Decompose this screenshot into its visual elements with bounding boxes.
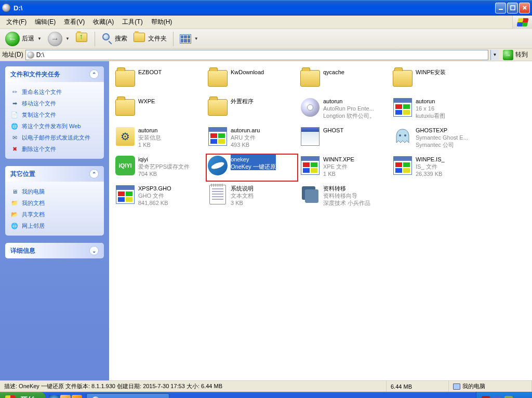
file-label: EZBOOT: [138, 67, 162, 76]
file-item[interactable]: WINNT.XPEXPE 文件1 KB: [298, 154, 391, 182]
copy-icon: 📄: [10, 111, 19, 119]
file-item[interactable]: XPSP3.GHOGHO 文件841,862 KB: [113, 183, 206, 211]
sidebar-item-rename[interactable]: ✏重命名这个文件: [10, 86, 99, 98]
file-item[interactable]: 外置程序: [206, 95, 298, 123]
file-label: iqiyi爱奇艺PPS缓存文件704 KB: [138, 155, 190, 177]
file-label: autorunAutoRun Pro Ente...Longtion 软件公司。: [323, 97, 375, 119]
menu-view[interactable]: 查看(V): [60, 16, 89, 28]
status-size: 6.44 MB: [387, 381, 449, 392]
file-label: WINPE.IS_IS_ 文件26,339 KB: [416, 155, 445, 177]
sidebar-item-shared[interactable]: 📂共享文档: [10, 209, 99, 220]
file-item[interactable]: qycache: [298, 66, 391, 94]
search-button[interactable]: 搜索: [99, 32, 129, 46]
expand-icon[interactable]: ⌄: [89, 246, 99, 255]
computer-icon: [453, 383, 460, 390]
file-item[interactable]: 资料转移资料转移向导深度技术 小兵作品: [298, 183, 391, 211]
file-label: 资料转移资料转移向导深度技术 小兵作品: [323, 184, 370, 207]
close-button[interactable]: [519, 3, 530, 13]
address-dropdown[interactable]: ▼: [490, 50, 499, 60]
status-location: 我的电脑: [449, 381, 532, 392]
file-item[interactable]: WINPE安装: [391, 66, 483, 94]
sidebar-item-label: 我的文档: [22, 199, 45, 207]
collapse-icon[interactable]: ⌃: [89, 169, 99, 179]
views-button[interactable]: ▼: [178, 33, 201, 45]
other-header[interactable]: 其它位置 ⌃: [5, 166, 104, 182]
file-item[interactable]: autorunAutoRun Pro Ente...Longtion 软件公司。: [298, 95, 391, 123]
address-path: D:\: [36, 51, 44, 59]
file-item[interactable]: onekeyOneKey 一键还原: [206, 154, 298, 182]
up-button[interactable]: ↑: [74, 32, 90, 46]
sidebar-item-copy[interactable]: 📄复制这个文件: [10, 109, 99, 120]
collapse-icon[interactable]: ⌃: [89, 70, 99, 79]
start-button[interactable]: 开始: [0, 392, 46, 398]
file-item[interactable]: iQIYIiqiyi爱奇艺PPS缓存文件704 KB: [113, 154, 206, 182]
tray-icon[interactable]: [482, 396, 490, 398]
apphdr-icon: [114, 184, 136, 205]
rename-icon: ✏: [10, 88, 19, 96]
file-label: autorun16 x 16kutuxiu看图: [416, 97, 445, 119]
address-field[interactable]: D:\: [25, 50, 488, 60]
file-item[interactable]: EZBOOT: [113, 66, 206, 94]
svg-point-2: [399, 134, 401, 136]
sidebar-item-network[interactable]: 🌐网上邻居: [10, 220, 99, 231]
sidebar-item-delete[interactable]: ✖删除这个文件: [10, 143, 99, 155]
file-item[interactable]: KwDownload: [206, 66, 298, 94]
file-label: KwDownload: [231, 67, 264, 76]
file-item[interactable]: WINPE.IS_IS_ 文件26,339 KB: [391, 154, 483, 182]
sidebar-item-web[interactable]: 🌐将这个文件发布到 Web: [10, 120, 99, 132]
back-button[interactable]: ← 后退 ▼: [3, 31, 44, 47]
file-item[interactable]: 系统说明文本文档3 KB: [206, 183, 298, 211]
status-main: 描述: OneKey 一键还原 文件版本: 8.1.1.930 创建日期: 20…: [0, 381, 387, 392]
sidebar-item-move[interactable]: ➡移动这个文件: [10, 98, 99, 109]
forward-button[interactable]: → ▼: [46, 31, 72, 47]
file-item[interactable]: autorun安装信息1 KB: [113, 125, 206, 153]
file-item[interactable]: GHOST: [298, 125, 391, 153]
tasks-header[interactable]: 文件和文件夹任务 ⌃: [5, 66, 104, 82]
dropdown-icon[interactable]: ▼: [194, 36, 198, 41]
details-header[interactable]: 详细信息 ⌄: [5, 243, 104, 258]
tray-icon[interactable]: [504, 396, 513, 398]
other-places-panel: 其它位置 ⌃ 🖥我的电脑📁我的文档📂共享文档🌐网上邻居: [5, 166, 104, 236]
file-item[interactable]: autorun16 x 16kutuxiu看图: [391, 95, 483, 123]
apphdr-icon: [392, 155, 414, 176]
drive-icon: [27, 51, 34, 59]
dropdown-icon[interactable]: ▼: [65, 36, 70, 41]
menu-file[interactable]: 文件(F): [2, 16, 31, 28]
file-pane[interactable]: EZBOOTKwDownloadqycacheWINPE安装WXPE外置程序au…: [109, 61, 532, 380]
menu-edit[interactable]: 编辑(E): [31, 16, 60, 28]
statusbar: 描述: OneKey 一键还原 文件版本: 8.1.1.930 创建日期: 20…: [0, 380, 532, 392]
sidebar-item-label: 重命名这个文件: [22, 88, 62, 96]
file-label: qycache: [323, 67, 344, 76]
menu-tools[interactable]: 工具(T): [118, 16, 147, 28]
win-icon: [299, 126, 321, 147]
details-panel: 详细信息 ⌄: [5, 243, 104, 258]
go-button[interactable]: → 转到: [501, 50, 530, 60]
tray-icon[interactable]: [493, 396, 501, 398]
file-item[interactable]: WXPE: [113, 95, 206, 123]
ie-icon[interactable]: [49, 395, 59, 398]
dropdown-icon[interactable]: ▼: [37, 36, 42, 41]
shared-icon: 📂: [10, 210, 19, 218]
sidebar-item-label: 我的电脑: [22, 188, 45, 196]
sidebar-item-label: 复制这个文件: [22, 111, 56, 119]
taskbar-item[interactable]: D:\: [86, 393, 169, 398]
sidebar-item-mail[interactable]: ✉以电子邮件形式发送此文件: [10, 132, 99, 143]
sidebar-item-computer[interactable]: 🖥我的电脑: [10, 186, 99, 197]
ql-icon[interactable]: [72, 395, 82, 398]
menu-help[interactable]: 帮助(H): [147, 16, 177, 28]
folder-icon: [114, 97, 136, 118]
sidebar-item-docs[interactable]: 📁我的文档: [10, 197, 99, 209]
file-item[interactable]: autorun.aruARU 文件493 KB: [206, 125, 298, 153]
maximize-button[interactable]: [507, 3, 518, 13]
ql-icon[interactable]: [60, 395, 71, 398]
minimize-button[interactable]: [495, 3, 506, 13]
move-icon: ➡: [10, 99, 19, 107]
file-item[interactable]: GHOSTEXPSymantec Ghost E...Symantec 公司: [391, 125, 483, 153]
svg-rect-1: [511, 6, 515, 10]
folder-icon: [207, 97, 229, 118]
file-label: GHOSTEXPSymantec Ghost E...Symantec 公司: [416, 126, 468, 148]
windows-flag-icon[interactable]: [512, 16, 532, 29]
menu-favorites[interactable]: 收藏(A): [89, 16, 118, 28]
folders-button[interactable]: 文件夹: [131, 32, 169, 46]
floppy-icon: [299, 184, 321, 205]
